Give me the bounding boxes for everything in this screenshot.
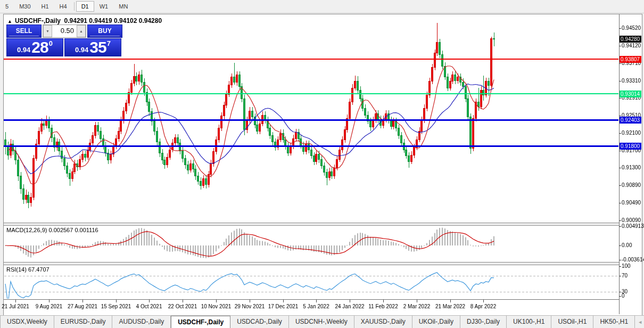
sell-button[interactable]: SELL xyxy=(6,24,42,38)
tab-audusd-daily[interactable]: AUDUSD-,Daily xyxy=(112,316,171,328)
date-tick-mark xyxy=(15,300,16,302)
date-tick-label: 21 Jul 2021 xyxy=(2,304,29,309)
macd-tick-mark xyxy=(619,245,621,246)
current-price-badge: 0.94280 xyxy=(620,36,641,43)
date-tick-mark xyxy=(283,300,284,302)
tab-usdx-weekly[interactable]: USDX,Weekly xyxy=(1,316,54,328)
buy-price-prefix: 0.94 xyxy=(75,46,88,54)
date-tick-mark xyxy=(216,300,217,302)
tab-eurusd-daily[interactable]: EURUSD-,Daily xyxy=(54,316,113,328)
price-tick-mark xyxy=(619,81,621,81)
sell-price-box[interactable]: 0.94 28 0 xyxy=(6,38,63,56)
date-tick-mark xyxy=(316,300,317,302)
date-tick-label: 10 Nov 2021 xyxy=(201,304,232,309)
collapse-triangle-icon[interactable]: ▲ xyxy=(7,19,12,24)
buy-price-pip: 7 xyxy=(107,39,111,47)
date-tick-label: 4 Oct 2021 xyxy=(136,304,162,309)
date-tick-mark xyxy=(483,300,484,302)
date-tick-mark xyxy=(250,300,250,302)
date-tick-label: 22 Oct 2021 xyxy=(168,304,197,309)
date-tick-mark xyxy=(417,300,417,302)
trading-platform-window: 5 M30 H1 H4 D1 W1 MN ▲USDCHF-,Daily 0.94… xyxy=(0,0,644,328)
macd-tick-mark xyxy=(619,260,621,260)
sell-price-big: 28 xyxy=(31,39,48,55)
date-tick-label: 9 Aug 2021 xyxy=(36,304,63,309)
date-tick-label: 24 Jan 2022 xyxy=(335,304,364,309)
macd-label: MACD(12,26,9) 0.002567 0.001116 xyxy=(6,227,98,233)
price-tick-label: 0.92100 xyxy=(622,130,643,136)
chart-ohlc-values: 0.94291 0.94419 0.94102 0.94280 xyxy=(64,17,162,24)
rsi-tick-mark xyxy=(619,292,621,292)
date-tick-label: 15 Sep 2021 xyxy=(101,304,131,309)
tab-usoil-h1[interactable]: USOil-,H1 xyxy=(551,316,593,328)
chart-symbol-label: USDCHF-,Daily xyxy=(15,17,61,24)
level-price-badge: 0.91800 xyxy=(620,143,641,150)
tab-uk100-h1[interactable]: UK100-,H1 xyxy=(507,316,551,328)
symbol-tab-bar: USDX,WeeklyEURUSD-,DailyAUDUSD-,DailyUSD… xyxy=(0,315,644,328)
date-tick-mark xyxy=(383,300,384,302)
one-click-trade-widget: SELL ▼ 0.50 ▲ BUY 0.94 28 0 0.94 35 7 xyxy=(6,24,122,56)
tab-scroll-arrows: ◄► xyxy=(635,316,644,328)
price-tick-mark xyxy=(619,203,621,203)
volume-input[interactable]: 0.50 xyxy=(52,25,77,37)
tab-usdcnh-weekly[interactable]: USDCNH-,Weekly xyxy=(289,316,354,328)
tab-ukoil-daily[interactable]: UKOil-,Daily xyxy=(412,316,460,328)
date-tick-label: 21 Mar 2022 xyxy=(435,304,465,309)
tab-usdchf-daily[interactable]: USDCHF-,Daily xyxy=(171,316,230,328)
tab-usdcad-daily[interactable]: USDCAD-,Daily xyxy=(230,316,289,328)
buy-price-big: 35 xyxy=(89,39,106,55)
date-tick-label: 11 Feb 2022 xyxy=(368,304,398,309)
price-tick-mark xyxy=(619,46,621,46)
volume-increase-icon[interactable]: ▲ xyxy=(77,25,86,37)
rsi-tick-label: 100 xyxy=(622,263,643,269)
date-tick-mark xyxy=(450,300,451,302)
chart-title: ▲USDCHF-,Daily 0.94291 0.94419 0.94102 0… xyxy=(7,17,162,24)
tab-dj30-daily[interactable]: DJ30-,Daily xyxy=(460,316,507,328)
rsi-label: RSI(14) 67.4707 xyxy=(6,266,49,273)
price-tick-mark xyxy=(619,133,621,134)
price-tick-mark xyxy=(619,63,621,64)
rsi-tick-mark xyxy=(619,266,621,267)
price-tick-label: 0.90490 xyxy=(622,200,643,206)
price-tick-label: 0.91300 xyxy=(622,165,643,170)
price-tick-mark xyxy=(619,98,621,99)
macd-tick-label: -0.003614 xyxy=(622,257,643,263)
price-tick-label: 0.90090 xyxy=(622,217,643,223)
price-tick-label: 0.94520 xyxy=(622,25,643,31)
price-tick-mark xyxy=(619,151,621,151)
date-tick-mark xyxy=(149,300,150,302)
date-tick-label: 17 Dec 2021 xyxy=(268,304,299,309)
rsi-tick-label: 70 xyxy=(622,273,643,278)
date-tick-label: 5 Jan 2022 xyxy=(303,304,329,309)
rsi-tick-label: 0 xyxy=(622,293,643,299)
buy-price-box[interactable]: 0.94 35 7 xyxy=(64,38,121,56)
tab-scroll-left-icon[interactable]: ◄ xyxy=(635,319,644,325)
price-tick-mark xyxy=(619,185,621,186)
price-tick-mark xyxy=(619,220,621,221)
level-price-badge: 0.93014 xyxy=(620,91,641,97)
level-price-badge: 0.93807 xyxy=(620,56,641,63)
tab-hk50-h1[interactable]: HK50-,H1 xyxy=(593,316,635,328)
date-tick-label: 27 Aug 2021 xyxy=(68,304,97,309)
price-tick-mark xyxy=(619,168,621,168)
date-tick-label: 8 Apr 2022 xyxy=(470,304,496,309)
level-price-badge: 0.92403 xyxy=(620,117,641,124)
macd-tick-label: 0.004913 xyxy=(622,223,643,229)
sell-price-pip: 0 xyxy=(49,39,53,47)
date-tick-mark xyxy=(183,300,183,302)
rsi-tick-mark xyxy=(619,296,621,297)
macd-tick-label: 0.00 xyxy=(622,242,643,248)
price-tick-mark xyxy=(619,116,621,116)
date-tick-label: 29 Nov 2021 xyxy=(235,304,265,309)
price-tick-label: 0.94120 xyxy=(622,43,643,48)
date-tick-mark xyxy=(82,300,83,302)
sell-price-prefix: 0.94 xyxy=(17,46,30,54)
volume-decrease-icon[interactable]: ▼ xyxy=(43,25,52,37)
macd-tick-mark xyxy=(619,226,621,227)
price-tick-mark xyxy=(619,28,621,29)
buy-button[interactable]: BUY xyxy=(87,24,122,38)
date-tick-mark xyxy=(49,300,49,302)
tab-xauusd-daily[interactable]: XAUUSD-,Daily xyxy=(354,316,412,328)
volume-spinner: ▼ 0.50 ▲ xyxy=(43,24,86,38)
date-tick-mark xyxy=(350,300,350,302)
